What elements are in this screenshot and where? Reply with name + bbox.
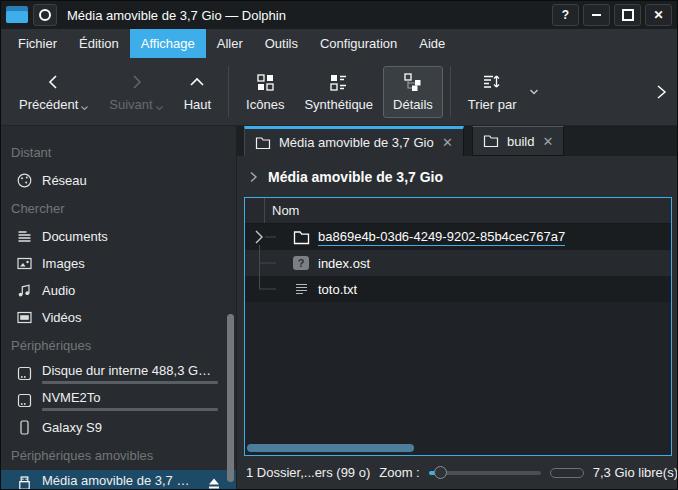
sidebar-item-images[interactable]: Images [1,250,236,277]
toolbar-separator [228,66,229,117]
window-menu-icon[interactable] [33,4,57,26]
tab-label: build [507,134,534,149]
sidebar-item-label: Réseau [42,173,87,188]
file-name[interactable]: toto.txt [318,282,357,297]
compact-view-button[interactable]: Synthétique [294,66,383,118]
sidebar-item-nvme2to[interactable]: NVME2To [1,387,236,414]
sidebar-item-reseau[interactable]: Réseau [1,167,236,194]
sidebar-scrollbar[interactable] [227,314,234,482]
back-label: Précédent [19,97,78,112]
main-panel: Média amovible de 3,7 Gio ✕ build ✕ Médi… [236,126,677,489]
document-icon [15,228,33,245]
close-button[interactable]: ✕ [645,4,672,26]
tab-label: Média amovible de 3,7 Gio [279,135,434,150]
file-name[interactable]: ba869e4b-03d6-4249-9202-85b4cec767a7 [318,229,565,246]
free-space-gauge [550,468,584,478]
hard-drive-icon [15,392,33,409]
section-header-peripheriques-amovibles: Périphériques amovibles [1,441,236,470]
sort-by-button[interactable]: Trier par [458,66,527,118]
drive-ring-icon [39,9,51,21]
audio-icon [15,282,33,299]
menu-fichier[interactable]: Fichier [7,29,68,58]
tabbar: Média amovible de 3,7 Gio ✕ build ✕ [237,126,677,156]
back-button[interactable]: Précédent [9,66,99,118]
expander-icon[interactable] [245,224,291,250]
menu-aide[interactable]: Aide [408,29,456,58]
folder-icon [255,136,271,150]
zoom-label: Zoom : [379,465,419,480]
unknown-file-icon: ? [291,256,311,270]
sort-by-label: Trier par [468,97,517,112]
toolbar-overflow-button[interactable] [653,83,669,101]
horizontal-scrollbar-thumb[interactable] [247,444,414,452]
sidebar-item-documents[interactable]: Documents [1,223,236,250]
titlebar: Média amovible de 3,7 Gio — Dolphin ? ✕ [1,1,677,29]
details-view-button[interactable]: Détails [383,66,443,118]
icons-view-label: Icônes [246,97,284,112]
window-title: Média amovible de 3,7 Gio — Dolphin [67,8,286,23]
breadcrumb[interactable]: Média amovible de 3,7 Gio [237,156,677,197]
text-file-icon [291,281,311,297]
maximize-button[interactable] [614,4,641,26]
tab-close-icon[interactable]: ✕ [442,136,453,149]
dolphin-app-icon [6,6,28,24]
tree-branch [245,276,291,302]
menu-outils[interactable]: Outils [254,29,309,58]
menu-configuration[interactable]: Configuration [309,29,408,58]
zoom-slider[interactable] [429,471,541,475]
maximize-icon [622,9,634,21]
free-space-label: 7,3 Gio libre(s) [593,465,678,480]
minimize-icon [592,14,601,16]
folder-icon [483,134,499,148]
column-header-nom[interactable]: Nom [245,198,671,224]
details-view-icon [403,72,423,92]
forward-button[interactable]: Suivant [99,66,173,118]
sidebar-item-label: Vidéos [42,310,82,325]
status-summary: 1 Dossier,...ers (99 o) [246,465,370,480]
back-icon [44,72,64,92]
sidebar-item-galaxy-s9[interactable]: Galaxy S9 [1,414,236,441]
file-row-toto-txt[interactable]: toto.txt [245,276,671,302]
content: Distant Réseau Chercher Documents Images [1,126,677,489]
zoom-slider-handle[interactable] [434,466,447,479]
tab-media-amovible[interactable]: Média amovible de 3,7 Gio ✕ [244,126,464,156]
tab-build[interactable]: build ✕ [472,126,564,156]
window-controls: ? ✕ [552,4,672,26]
icons-view-button[interactable]: Icônes [236,66,294,118]
tab-close-icon[interactable]: ✕ [542,135,553,148]
menu-aller[interactable]: Aller [206,29,254,58]
sidebar-item-label: Audio [42,283,75,298]
sidebar-item-disque-dur-interne[interactable]: Disque dur interne 488,3 G… [1,360,236,387]
compact-view-icon [329,72,348,92]
eject-icon [206,477,222,490]
section-header-distant: Distant [1,138,236,167]
sidebar-item-label: Documents [42,229,108,244]
sidebar-item-audio[interactable]: Audio [1,277,236,304]
tree-branch [245,250,291,276]
eject-button[interactable] [206,477,222,490]
sidebar-item-label: Images [42,256,85,271]
sidebar-item-label: Média amovible de 3,7 … [42,473,191,488]
back-history-chevron-icon [80,104,89,112]
file-row-index-ost[interactable]: ? index.ost [245,250,671,276]
menu-affichage[interactable]: Affichage [130,29,206,58]
image-icon [15,255,33,272]
sidebar-item-videos[interactable]: Vidéos [1,304,236,331]
sort-by-dropdown-chevron-icon[interactable] [528,87,540,97]
help-icon: ? [562,8,569,22]
view-empty-area[interactable] [245,302,671,440]
sidebar-item-label: Disque dur interne 488,3 G… [42,363,218,378]
dolphin-window: Média amovible de 3,7 Gio — Dolphin ? ✕ … [0,0,678,490]
sidebar-item-media-amovible[interactable]: Média amovible de 3,7 … [1,470,236,489]
toolbar: Précédent Suivant Haut [1,58,677,126]
file-row-folder[interactable]: ba869e4b-03d6-4249-9202-85b4cec767a7 [245,224,671,250]
menu-edition[interactable]: Édition [68,29,130,58]
minimize-button[interactable] [583,4,610,26]
forward-history-chevron-icon [155,104,164,112]
help-button[interactable]: ? [552,4,579,26]
phone-icon [15,419,33,436]
file-name[interactable]: index.ost [318,256,370,271]
breadcrumb-location[interactable]: Média amovible de 3,7 Gio [268,169,443,185]
video-icon [15,309,33,326]
up-button[interactable]: Haut [174,66,221,118]
